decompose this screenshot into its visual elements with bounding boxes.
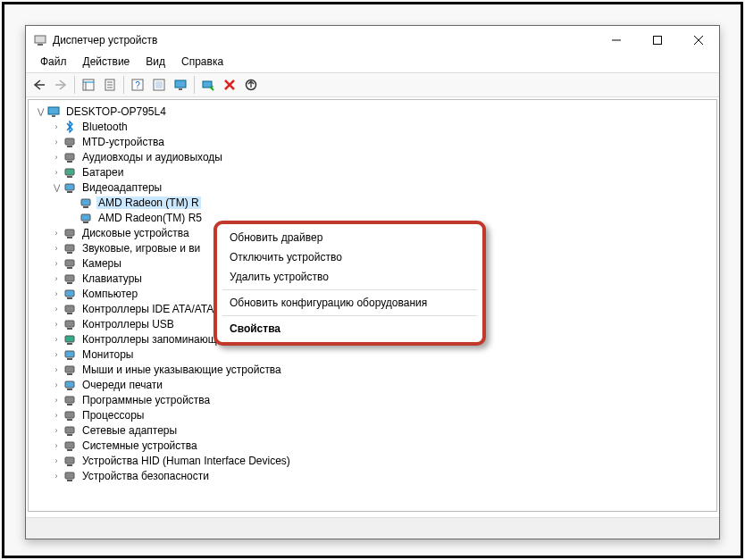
svg-rect-66 (67, 449, 72, 451)
window-title: Диспетчер устройств (53, 34, 596, 46)
svg-rect-34 (83, 206, 88, 208)
chevron-right-icon[interactable]: › (50, 456, 63, 465)
chevron-right-icon[interactable]: › (50, 168, 63, 177)
menu-view[interactable]: Вид (138, 54, 172, 72)
svg-rect-30 (67, 176, 72, 178)
minimize-button[interactable] (596, 26, 637, 54)
tree-node-label: Компьютер (80, 288, 139, 300)
chevron-right-icon[interactable]: › (50, 259, 63, 268)
maximize-button[interactable] (637, 26, 678, 54)
toolbar-delete-button[interactable] (220, 75, 239, 95)
toolbar-fwd-button[interactable] (51, 75, 71, 95)
tree-node-label: Программные устройства (80, 394, 212, 406)
tree-node-label: Камеры (80, 257, 123, 270)
tree-node-audio[interactable]: ›Аудиовходы и аудиовыходы (29, 149, 716, 164)
tree-node-mouse[interactable]: ›Мыши и иные указывающие устройства (29, 362, 716, 377)
tree-node-mtd[interactable]: ›MTD-устройства (29, 134, 716, 149)
toolbar-screen-button[interactable] (171, 75, 190, 95)
svg-rect-3 (654, 37, 662, 45)
tree-node-label: Контроллеры USB (80, 318, 176, 330)
tree-node-printq[interactable]: ›Очереди печати (29, 377, 716, 392)
tree-node-label: Сетевые адаптеры (80, 424, 179, 437)
back-icon (33, 79, 46, 90)
chevron-right-icon[interactable]: › (50, 411, 63, 420)
tree-node-label: Мыши и иные указывающие устройства (80, 364, 283, 376)
chevron-right-icon[interactable]: › (50, 365, 63, 374)
device-icon (79, 196, 93, 210)
chevron-down-icon[interactable]: ⋁ (50, 183, 63, 192)
toolbar-off-button[interactable] (241, 75, 261, 95)
tree-node-monitor[interactable]: ›Мониторы (29, 347, 716, 362)
svg-rect-32 (67, 191, 72, 193)
context-menu-update[interactable]: Обновить драйвер (217, 228, 482, 247)
chevron-right-icon[interactable]: › (50, 289, 63, 298)
svg-rect-28 (67, 161, 72, 163)
toolbar-separator (194, 76, 195, 94)
tree-node-gpu0[interactable]: AMD Radeon (TM) R (29, 195, 716, 210)
device-icon (46, 104, 61, 119)
tree-node-root[interactable]: ⋁DESKTOP-OP795L4 (29, 104, 716, 119)
device-icon (63, 393, 77, 407)
menu-file[interactable]: Файл (33, 54, 74, 72)
device-icon (63, 423, 77, 438)
chevron-right-icon[interactable]: › (50, 138, 63, 146)
tree-node-label: Устройства HID (Human Interface Devices) (80, 455, 292, 467)
chevron-right-icon[interactable]: › (50, 335, 63, 344)
menu-help[interactable]: Справка (174, 54, 230, 72)
chevron-right-icon[interactable]: › (50, 122, 63, 131)
tree-node-battery[interactable]: ›Батареи (29, 164, 716, 180)
svg-rect-53 (65, 351, 74, 357)
svg-rect-58 (67, 389, 72, 390)
tree-node-label: Процессоры (80, 409, 146, 422)
tree-node-software[interactable]: ›Программные устройства (29, 392, 716, 407)
chevron-right-icon[interactable]: › (50, 380, 63, 389)
toolbar-prop-button[interactable] (100, 75, 120, 95)
tree-node-hid[interactable]: ›Устройства HID (Human Interface Devices… (29, 453, 716, 468)
context-menu-uninstall[interactable]: Удалить устройство (217, 267, 482, 287)
context-menu-separator (222, 289, 477, 290)
context-menu-disable[interactable]: Отключить устройство (217, 247, 482, 267)
toolbar-show-button[interactable] (149, 75, 169, 95)
menu-action[interactable]: Действие (76, 54, 138, 72)
chevron-right-icon[interactable]: › (50, 320, 63, 329)
device-icon (63, 135, 77, 149)
tree-node-network[interactable]: ›Сетевые адаптеры (29, 422, 716, 438)
chevron-right-icon[interactable]: › (50, 274, 63, 283)
chevron-down-icon[interactable]: ⋁ (34, 107, 46, 116)
tree-node-label: Bluetooth (80, 121, 130, 133)
chevron-right-icon[interactable]: › (50, 396, 63, 405)
device-icon (63, 226, 77, 240)
toolbar-scan-button[interactable] (198, 75, 218, 95)
chevron-right-icon[interactable]: › (50, 305, 63, 313)
svg-rect-65 (65, 442, 74, 448)
svg-rect-46 (67, 297, 72, 299)
chevron-right-icon[interactable]: › (50, 426, 63, 435)
svg-rect-51 (65, 336, 74, 342)
svg-rect-33 (81, 199, 90, 205)
toolbar-help-button[interactable]: ? (128, 75, 147, 95)
chevron-right-icon[interactable]: › (50, 441, 63, 450)
svg-rect-47 (65, 305, 74, 312)
tree-node-cpu[interactable]: ›Процессоры (29, 407, 716, 422)
toolbar-showtree-button[interactable] (79, 75, 98, 95)
close-button[interactable] (678, 26, 719, 54)
scan-icon (202, 79, 214, 91)
chevron-right-icon[interactable]: › (50, 472, 63, 481)
tree-node-system[interactable]: ›Системные устройства (29, 438, 716, 453)
chevron-right-icon[interactable]: › (50, 153, 63, 162)
show-tree-icon (82, 79, 95, 91)
chevron-right-icon[interactable]: › (50, 229, 63, 238)
chevron-right-icon[interactable]: › (50, 350, 63, 359)
toolbar-back-button[interactable] (29, 75, 49, 95)
tree-node-bluetooth[interactable]: ›Bluetooth (29, 119, 716, 134)
device-manager-window: Диспетчер устройств Файл Действие Вид Сп… (25, 25, 720, 539)
device-icon (63, 317, 77, 331)
device-icon (63, 120, 77, 134)
tree-node-label: Звуковые, игровые и ви (80, 242, 202, 255)
window-controls (596, 26, 719, 54)
context-menu-props[interactable]: Свойства (217, 319, 482, 339)
chevron-right-icon[interactable]: › (50, 244, 63, 253)
tree-node-security[interactable]: ›Устройства безопасности (29, 468, 716, 483)
context-menu-scan[interactable]: Обновить конфигурацию оборудования (217, 293, 482, 313)
tree-node-video[interactable]: ⋁Видеоадаптеры (29, 180, 716, 195)
